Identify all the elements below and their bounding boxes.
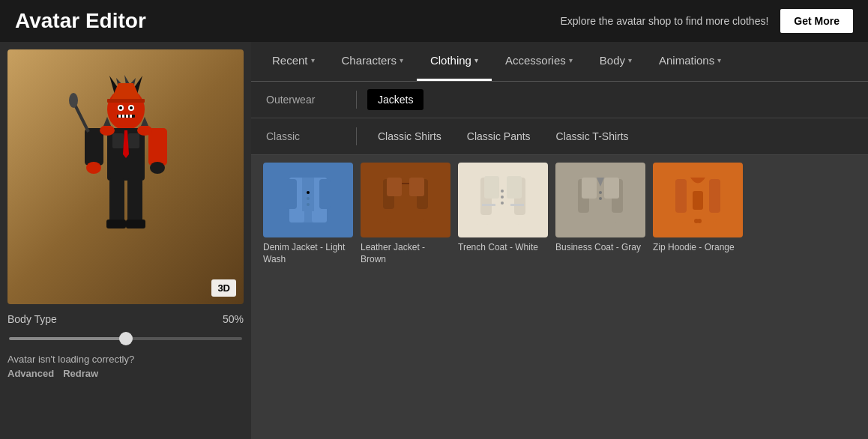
nav-tab-characters[interactable]: Characters▾	[328, 42, 417, 81]
slider-container[interactable]	[7, 330, 244, 343]
svg-rect-50	[409, 178, 424, 196]
svg-rect-13	[122, 115, 124, 118]
item-image	[653, 163, 743, 237]
svg-rect-29	[127, 178, 142, 223]
svg-point-42	[307, 191, 310, 194]
content-area[interactable]: Denim Jacket - Light Wash Leather Jacket…	[251, 155, 868, 439]
nav-tab-label-recent: Recent	[272, 54, 308, 67]
advanced-link[interactable]: Advanced	[7, 368, 54, 379]
chevron-icon: ▾	[400, 56, 403, 64]
app-title: Avatar Editor	[15, 9, 146, 33]
sub-menu-item[interactable]: Jackets	[367, 89, 424, 110]
svg-rect-67	[582, 178, 597, 199]
svg-point-25	[150, 162, 165, 174]
sub-menu-item[interactable]: Classic Pants	[456, 126, 541, 147]
item-image	[555, 163, 645, 237]
avatar-preview: 3D	[7, 49, 244, 304]
three-d-badge[interactable]: 3D	[211, 279, 236, 297]
item-card[interactable]: Leather Jacket - Brown	[361, 163, 450, 265]
item-label: Leather Jacket - Brown	[361, 242, 450, 265]
chevron-icon: ▾	[569, 56, 573, 64]
svg-point-71	[599, 197, 602, 200]
item-image	[361, 163, 450, 237]
left-panel: 3D Body Type 50% Avatar isn't loading co…	[0, 42, 251, 439]
sub-menu-category: Classic	[266, 130, 356, 142]
svg-point-32	[100, 125, 115, 136]
svg-rect-40	[319, 179, 331, 209]
items-grid: Denim Jacket - Light Wash Leather Jacket…	[263, 163, 856, 265]
sub-menu-row: ClassicClassic ShirtsClassic PantsClassi…	[251, 118, 868, 155]
chevron-icon: ▾	[628, 56, 632, 64]
nav-tab-accessories[interactable]: Accessories▾	[492, 42, 586, 81]
svg-point-10	[130, 106, 133, 109]
explore-text: Explore the avatar shop to find more clo…	[560, 15, 768, 27]
nav-tab-clothing[interactable]: Clothing▾	[417, 42, 492, 81]
svg-point-58	[501, 190, 504, 193]
avatar-error-text: Avatar isn't loading correctly?	[7, 354, 244, 365]
item-card[interactable]: Business Coat - Gray	[555, 163, 645, 265]
svg-point-27	[69, 93, 78, 108]
svg-rect-14	[126, 115, 128, 118]
nav-tab-label-animations: Animations	[659, 54, 714, 67]
svg-point-60	[501, 202, 504, 205]
svg-rect-17	[107, 99, 145, 103]
get-more-button[interactable]: Get More	[780, 9, 853, 33]
item-card[interactable]: Zip Hoodie - Orange	[653, 163, 743, 265]
nav-tab-animations[interactable]: Animations▾	[645, 42, 735, 81]
app-header: Avatar Editor Explore the avatar shop to…	[0, 0, 868, 42]
sub-menu-items: Jackets	[367, 89, 424, 110]
svg-rect-12	[118, 115, 121, 118]
svg-rect-49	[387, 178, 402, 196]
svg-rect-57	[507, 176, 522, 199]
chevron-icon: ▾	[311, 56, 315, 64]
nav-tab-label-body: Body	[600, 54, 625, 67]
chevron-icon: ▾	[474, 56, 478, 64]
svg-point-43	[307, 197, 310, 200]
svg-rect-28	[109, 178, 124, 223]
item-card[interactable]: Denim Jacket - Light Wash	[263, 163, 353, 265]
redraw-link[interactable]: Redraw	[63, 368, 98, 379]
svg-rect-41	[302, 178, 314, 211]
svg-rect-39	[286, 179, 297, 209]
item-card[interactable]: Trench Coat - White	[458, 163, 548, 265]
svg-point-24	[86, 162, 101, 174]
right-panel: Recent▾Characters▾Clothing▾Accessories▾B…	[251, 42, 868, 439]
avatar-links: Advanced Redraw	[7, 368, 244, 379]
nav-tab-label-accessories: Accessories	[505, 54, 566, 67]
svg-rect-19	[112, 133, 124, 148]
item-image	[263, 163, 353, 237]
nav-tab-label-clothing: Clothing	[430, 54, 471, 67]
svg-point-44	[307, 203, 310, 206]
svg-rect-15	[130, 115, 132, 118]
nav-tab-recent[interactable]: Recent▾	[259, 42, 328, 81]
svg-rect-62	[510, 204, 524, 206]
svg-rect-20	[128, 133, 139, 148]
item-label: Trench Coat - White	[458, 242, 548, 254]
svg-point-33	[137, 125, 152, 136]
svg-point-78	[697, 219, 702, 223]
sub-menu-item[interactable]: Classic Shirts	[367, 126, 452, 147]
nav-tab-label-characters: Characters	[342, 54, 397, 67]
avatar-figure	[66, 72, 186, 282]
item-label: Business Coat - Gray	[555, 242, 645, 254]
svg-rect-30	[106, 220, 126, 228]
svg-point-9	[119, 106, 122, 109]
item-image	[458, 163, 548, 237]
svg-rect-22	[85, 128, 103, 166]
svg-point-70	[599, 191, 602, 194]
sub-menu-item[interactable]: Classic T-Shirts	[546, 126, 639, 147]
item-label: Zip Hoodie - Orange	[653, 242, 743, 254]
svg-rect-31	[126, 220, 145, 228]
body-type-value: 50%	[223, 313, 244, 325]
svg-rect-61	[482, 204, 495, 206]
main-layout: 3D Body Type 50% Avatar isn't loading co…	[0, 42, 868, 439]
sub-menu-row: OuterwearJackets	[251, 82, 868, 118]
body-type-slider[interactable]	[9, 337, 242, 340]
sub-menu: OuterwearJacketsClassicClassic ShirtsCla…	[251, 82, 868, 155]
body-type-row: Body Type 50%	[7, 313, 244, 325]
svg-point-59	[501, 196, 504, 199]
svg-rect-56	[484, 176, 499, 199]
nav-tab-body[interactable]: Body▾	[586, 42, 645, 81]
svg-rect-74	[709, 179, 720, 213]
svg-rect-23	[148, 128, 167, 166]
